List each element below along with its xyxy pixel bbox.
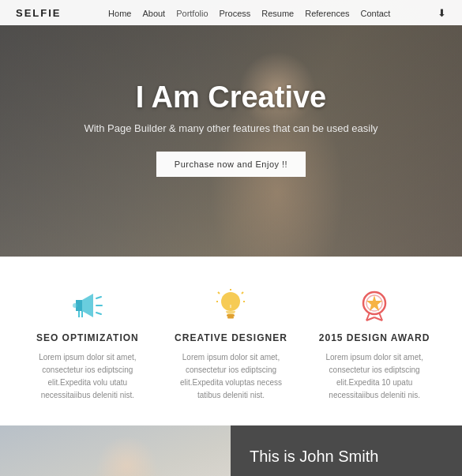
hero-cta-button[interactable]: Purchase now and Enjoy !!: [156, 152, 306, 177]
nav-link-contact[interactable]: Contact: [361, 9, 391, 18]
svg-line-12: [218, 292, 220, 294]
navbar: SELFIE HomeAboutPortfolioProcessResumeRe…: [0, 0, 462, 25]
feature-item-award: 2015 DESIGN AWARDLorem ipsum dolor sit a…: [311, 288, 438, 402]
feature-title-seo: SEO OPTIMIZATION: [24, 332, 151, 343]
feature-title-design: CREATIVE DESIGNER: [167, 332, 294, 343]
feature-text-award: Lorem ipsum dolor sit amet, consectetur …: [311, 351, 438, 402]
svg-line-3: [96, 297, 101, 298]
nav-link-portfolio[interactable]: Portfolio: [176, 9, 208, 18]
svg-rect-10: [227, 317, 234, 319]
hero-title: I Am Creative: [84, 81, 377, 114]
profile-text: This is John Smith Creative and Professi…: [231, 425, 462, 476]
nav-link-process[interactable]: Process: [220, 9, 251, 18]
nav-link-home[interactable]: Home: [108, 9, 131, 18]
feature-text-seo: Lorem ipsum dolor sit amet, consectetur …: [24, 351, 151, 402]
svg-point-2: [73, 303, 77, 308]
svg-rect-9: [227, 314, 235, 317]
nav-link-about[interactable]: About: [142, 9, 165, 18]
svg-line-5: [96, 313, 101, 314]
download-icon[interactable]: ⬇: [438, 7, 446, 19]
svg-line-13: [242, 292, 243, 294]
feature-title-award: 2015 DESIGN AWARD: [311, 332, 438, 343]
hero-content: I Am Creative With Page Builder & many o…: [84, 81, 377, 177]
feature-text-design: Lorem ipsum dolor sit amet, consectetur …: [167, 351, 294, 402]
award-icon: [311, 288, 438, 323]
feature-item-seo: SEO OPTIMIZATIONLorem ipsum dolor sit am…: [24, 288, 151, 402]
nav-link-references[interactable]: References: [305, 9, 349, 18]
features-section: SEO OPTIMIZATIONLorem ipsum dolor sit am…: [0, 257, 462, 425]
bulb-icon: [167, 288, 294, 323]
hero-subtitle: With Page Builder & many other features …: [84, 122, 377, 134]
site-logo[interactable]: SELFIE: [16, 7, 62, 19]
profile-photo: [0, 425, 231, 476]
nav-link-resume[interactable]: Resume: [261, 9, 294, 18]
profile-name: This is John Smith: [250, 448, 443, 466]
profile-section: This is John Smith Creative and Professi…: [0, 425, 462, 476]
feature-item-design: CREATIVE DESIGNERLorem ipsum dolor sit a…: [167, 288, 294, 402]
hero-section: I Am Creative With Page Builder & many o…: [0, 0, 462, 257]
megaphone-icon: [24, 288, 151, 323]
nav-links: HomeAboutPortfolioProcessResumeReference…: [108, 6, 390, 20]
svg-point-8: [221, 292, 240, 311]
